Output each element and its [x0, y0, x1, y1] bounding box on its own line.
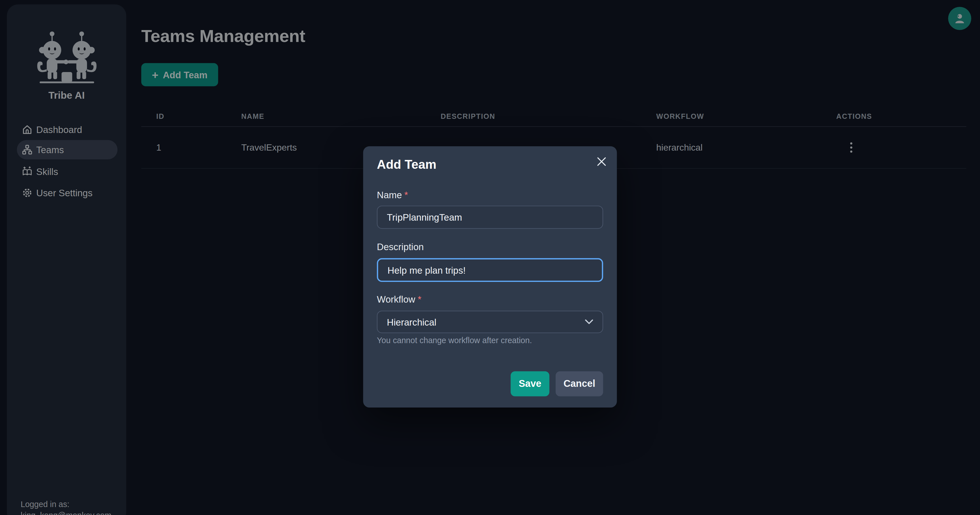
- modal-close-button[interactable]: [595, 155, 608, 168]
- workflow-field-label: Workflow*: [377, 294, 422, 304]
- description-input[interactable]: [377, 258, 603, 282]
- name-field-label: Name*: [377, 189, 408, 200]
- required-marker: *: [404, 189, 408, 200]
- save-button[interactable]: Save: [511, 371, 550, 396]
- workflow-help-text: You cannot change workflow after creatio…: [377, 336, 532, 345]
- add-team-modal: Add Team Name* Description Workflow* Hie…: [363, 146, 617, 407]
- workflow-select[interactable]: Hierarchical: [377, 310, 603, 333]
- chevron-down-icon: [585, 319, 593, 324]
- app-root: Tribe AI Dashboard Teams: [0, 0, 980, 515]
- cancel-button[interactable]: Cancel: [555, 371, 603, 396]
- close-icon: [597, 157, 606, 166]
- required-marker: *: [418, 294, 422, 304]
- modal-title: Add Team: [377, 157, 436, 172]
- name-input[interactable]: [377, 206, 603, 229]
- workflow-selected-value: Hierarchical: [387, 316, 436, 327]
- description-field-label: Description: [377, 242, 424, 252]
